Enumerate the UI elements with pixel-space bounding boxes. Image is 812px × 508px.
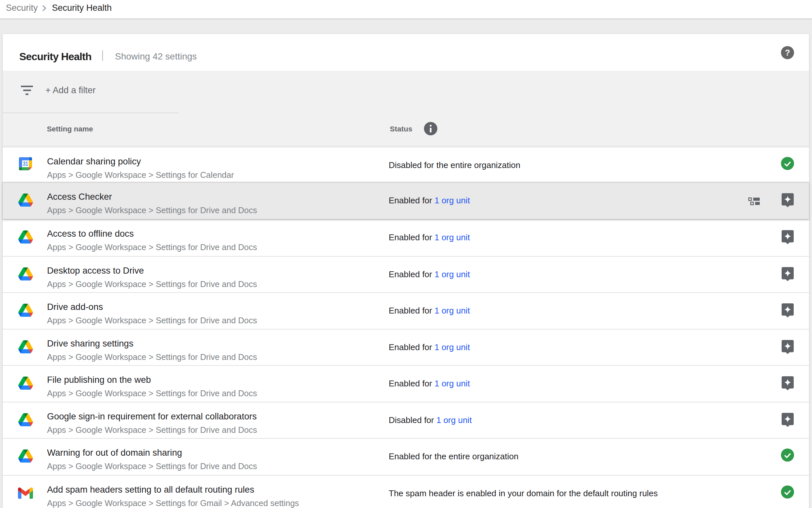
svg-text:?: ? [785,48,790,57]
svg-text:31: 31 [23,160,28,167]
